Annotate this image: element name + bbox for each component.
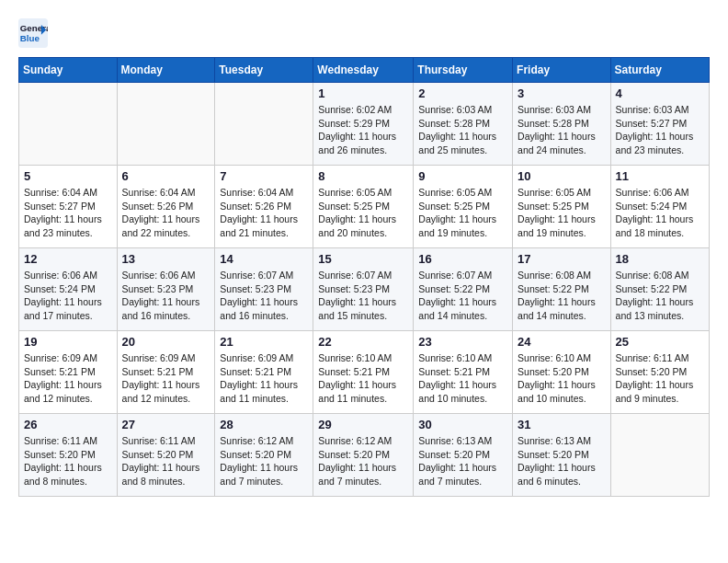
weekday-header-sunday: Sunday <box>19 58 118 83</box>
day-number: 29 <box>318 418 408 431</box>
calendar-cell: 25Sunrise: 6:11 AMSunset: 5:20 PMDayligh… <box>610 331 709 414</box>
weekday-header-row: SundayMondayTuesdayWednesdayThursdayFrid… <box>19 58 710 83</box>
calendar-week-4: 19Sunrise: 6:09 AMSunset: 5:21 PMDayligh… <box>19 331 710 414</box>
day-number: 9 <box>418 169 507 183</box>
day-number: 15 <box>318 252 408 266</box>
day-number: 5 <box>24 169 112 183</box>
day-detail: Sunrise: 6:08 AMSunset: 5:22 PMDaylight:… <box>616 269 704 323</box>
day-number: 20 <box>122 335 210 349</box>
calendar-cell: 18Sunrise: 6:08 AMSunset: 5:22 PMDayligh… <box>610 248 709 331</box>
day-detail: Sunrise: 6:06 AMSunset: 5:23 PMDaylight:… <box>122 269 210 323</box>
day-detail: Sunrise: 6:09 AMSunset: 5:21 PMDaylight:… <box>220 351 308 406</box>
calendar-cell: 9Sunrise: 6:05 AMSunset: 5:25 PMDaylight… <box>414 166 513 248</box>
day-number: 26 <box>24 418 112 431</box>
day-detail: Sunrise: 6:13 AMSunset: 5:20 PMDaylight:… <box>418 434 507 488</box>
calendar-cell: 20Sunrise: 6:09 AMSunset: 5:21 PMDayligh… <box>117 331 215 414</box>
day-detail: Sunrise: 6:07 AMSunset: 5:23 PMDaylight:… <box>220 269 308 323</box>
logo-icon: General Blue <box>18 18 48 48</box>
calendar-cell <box>215 83 313 166</box>
weekday-header-saturday: Saturday <box>610 58 709 83</box>
calendar-cell: 24Sunrise: 6:10 AMSunset: 5:20 PMDayligh… <box>513 331 611 414</box>
svg-text:Blue: Blue <box>20 33 40 43</box>
day-number: 24 <box>518 335 606 349</box>
calendar-cell <box>19 83 118 166</box>
calendar-cell: 21Sunrise: 6:09 AMSunset: 5:21 PMDayligh… <box>215 331 313 414</box>
weekday-header-wednesday: Wednesday <box>313 58 414 83</box>
day-number: 18 <box>616 252 704 266</box>
day-detail: Sunrise: 6:06 AMSunset: 5:24 PMDaylight:… <box>616 186 704 240</box>
calendar-cell: 7Sunrise: 6:04 AMSunset: 5:26 PMDaylight… <box>215 166 313 248</box>
day-number: 12 <box>24 252 112 266</box>
calendar-cell: 19Sunrise: 6:09 AMSunset: 5:21 PMDayligh… <box>19 331 118 414</box>
day-number: 16 <box>418 252 507 266</box>
calendar-cell: 29Sunrise: 6:12 AMSunset: 5:20 PMDayligh… <box>313 414 414 497</box>
day-detail: Sunrise: 6:09 AMSunset: 5:21 PMDaylight:… <box>122 351 210 406</box>
day-detail: Sunrise: 6:04 AMSunset: 5:26 PMDaylight:… <box>220 186 308 240</box>
day-detail: Sunrise: 6:12 AMSunset: 5:20 PMDaylight:… <box>220 434 308 488</box>
day-detail: Sunrise: 6:10 AMSunset: 5:21 PMDaylight:… <box>318 351 408 406</box>
day-detail: Sunrise: 6:12 AMSunset: 5:20 PMDaylight:… <box>318 434 408 488</box>
day-number: 17 <box>518 252 606 266</box>
day-number: 23 <box>418 335 507 349</box>
day-detail: Sunrise: 6:11 AMSunset: 5:20 PMDaylight:… <box>122 434 210 488</box>
calendar-table: SundayMondayTuesdayWednesdayThursdayFrid… <box>18 57 710 497</box>
calendar-cell: 1Sunrise: 6:02 AMSunset: 5:29 PMDaylight… <box>313 83 414 166</box>
day-detail: Sunrise: 6:02 AMSunset: 5:29 PMDaylight:… <box>318 103 408 157</box>
day-number: 25 <box>616 335 704 349</box>
calendar-week-1: 1Sunrise: 6:02 AMSunset: 5:29 PMDaylight… <box>19 83 710 166</box>
day-detail: Sunrise: 6:10 AMSunset: 5:21 PMDaylight:… <box>418 351 507 406</box>
calendar-cell: 28Sunrise: 6:12 AMSunset: 5:20 PMDayligh… <box>215 414 313 497</box>
day-number: 2 <box>418 86 507 100</box>
day-detail: Sunrise: 6:11 AMSunset: 5:20 PMDaylight:… <box>24 434 112 488</box>
day-detail: Sunrise: 6:05 AMSunset: 5:25 PMDaylight:… <box>318 186 408 240</box>
day-number: 11 <box>616 169 704 183</box>
day-detail: Sunrise: 6:13 AMSunset: 5:20 PMDaylight:… <box>518 434 606 488</box>
day-number: 27 <box>122 418 210 431</box>
calendar-week-2: 5Sunrise: 6:04 AMSunset: 5:27 PMDaylight… <box>19 166 710 248</box>
calendar-cell: 17Sunrise: 6:08 AMSunset: 5:22 PMDayligh… <box>513 248 611 331</box>
day-detail: Sunrise: 6:03 AMSunset: 5:28 PMDaylight:… <box>518 103 606 157</box>
calendar-cell: 3Sunrise: 6:03 AMSunset: 5:28 PMDaylight… <box>513 83 611 166</box>
day-detail: Sunrise: 6:07 AMSunset: 5:22 PMDaylight:… <box>418 269 507 323</box>
calendar-cell: 16Sunrise: 6:07 AMSunset: 5:22 PMDayligh… <box>414 248 513 331</box>
day-detail: Sunrise: 6:09 AMSunset: 5:21 PMDaylight:… <box>24 351 112 406</box>
day-detail: Sunrise: 6:10 AMSunset: 5:20 PMDaylight:… <box>518 351 606 406</box>
page-header: General Blue <box>18 18 710 48</box>
day-number: 22 <box>318 335 408 349</box>
day-number: 4 <box>616 86 704 100</box>
calendar-week-3: 12Sunrise: 6:06 AMSunset: 5:24 PMDayligh… <box>19 248 710 331</box>
day-detail: Sunrise: 6:05 AMSunset: 5:25 PMDaylight:… <box>518 186 606 240</box>
calendar-week-5: 26Sunrise: 6:11 AMSunset: 5:20 PMDayligh… <box>19 414 710 497</box>
calendar-cell: 31Sunrise: 6:13 AMSunset: 5:20 PMDayligh… <box>513 414 611 497</box>
day-detail: Sunrise: 6:04 AMSunset: 5:26 PMDaylight:… <box>122 186 210 240</box>
day-number: 31 <box>518 418 606 431</box>
day-number: 7 <box>220 169 308 183</box>
calendar-cell: 14Sunrise: 6:07 AMSunset: 5:23 PMDayligh… <box>215 248 313 331</box>
calendar-cell: 12Sunrise: 6:06 AMSunset: 5:24 PMDayligh… <box>19 248 118 331</box>
weekday-header-thursday: Thursday <box>414 58 513 83</box>
calendar-cell: 26Sunrise: 6:11 AMSunset: 5:20 PMDayligh… <box>19 414 118 497</box>
day-number: 1 <box>318 86 408 100</box>
day-number: 19 <box>24 335 112 349</box>
day-number: 21 <box>220 335 308 349</box>
day-number: 6 <box>122 169 210 183</box>
day-number: 13 <box>122 252 210 266</box>
calendar-cell: 30Sunrise: 6:13 AMSunset: 5:20 PMDayligh… <box>414 414 513 497</box>
calendar-cell: 11Sunrise: 6:06 AMSunset: 5:24 PMDayligh… <box>610 166 709 248</box>
calendar-cell: 8Sunrise: 6:05 AMSunset: 5:25 PMDaylight… <box>313 166 414 248</box>
day-detail: Sunrise: 6:03 AMSunset: 5:28 PMDaylight:… <box>418 103 507 157</box>
day-detail: Sunrise: 6:05 AMSunset: 5:25 PMDaylight:… <box>418 186 507 240</box>
calendar-cell <box>117 83 215 166</box>
day-detail: Sunrise: 6:06 AMSunset: 5:24 PMDaylight:… <box>24 269 112 323</box>
day-detail: Sunrise: 6:08 AMSunset: 5:22 PMDaylight:… <box>518 269 606 323</box>
day-detail: Sunrise: 6:04 AMSunset: 5:27 PMDaylight:… <box>24 186 112 240</box>
day-number: 3 <box>518 86 606 100</box>
weekday-header-tuesday: Tuesday <box>215 58 313 83</box>
day-number: 28 <box>220 418 308 431</box>
calendar-cell: 22Sunrise: 6:10 AMSunset: 5:21 PMDayligh… <box>313 331 414 414</box>
calendar-cell: 23Sunrise: 6:10 AMSunset: 5:21 PMDayligh… <box>414 331 513 414</box>
calendar-cell: 2Sunrise: 6:03 AMSunset: 5:28 PMDaylight… <box>414 83 513 166</box>
day-number: 14 <box>220 252 308 266</box>
weekday-header-friday: Friday <box>513 58 611 83</box>
day-number: 30 <box>418 418 507 431</box>
